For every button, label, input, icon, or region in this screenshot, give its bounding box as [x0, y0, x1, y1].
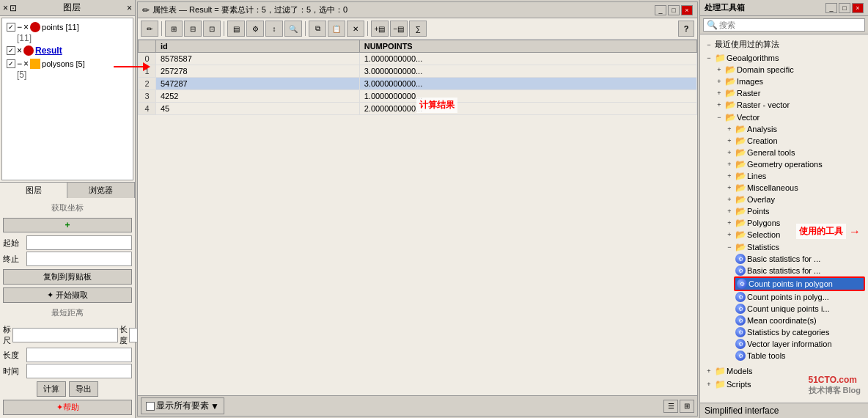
expand-sel-icon: +	[725, 230, 734, 239]
copy-button[interactable]: 复制到剪贴板	[3, 269, 132, 285]
layer-close-polysons[interactable]: ×	[23, 59, 29, 69]
delete-field-button[interactable]: −▤	[390, 21, 408, 37]
cell-id-1[interactable]: 257278	[156, 65, 360, 78]
right-maximize-button[interactable]: □	[839, 3, 850, 13]
close-button[interactable]: ×	[681, 5, 693, 15]
layer-label-result[interactable]: Result	[35, 45, 62, 56]
show-all-button[interactable]: 显示所有要素 ▼	[141, 397, 224, 414]
time-input[interactable]	[26, 364, 132, 378]
creation-item[interactable]: + 📂 Creation	[724, 135, 865, 147]
vector-item[interactable]: − 📂 Vector	[713, 111, 865, 123]
start-capture-row: ✦ 开始撷取	[3, 287, 132, 303]
window-buttons: _ □ ×	[655, 5, 693, 15]
layer-expand-polysons[interactable]: −	[17, 59, 22, 69]
export-button[interactable]: 导出	[69, 381, 98, 397]
tab-browser[interactable]: 浏览器	[67, 183, 135, 198]
miscellaneous-item[interactable]: + 📂 Miscellaneous	[724, 182, 865, 194]
minimize-button[interactable]: _	[655, 5, 666, 15]
calculate-button[interactable]: 计算	[37, 381, 66, 397]
cell-id-3[interactable]: 4252	[156, 90, 360, 103]
expand-stats-icon: −	[725, 243, 734, 252]
left-panel-close2[interactable]: ×	[127, 3, 132, 13]
cell-id-4[interactable]: 45	[156, 103, 360, 115]
images-item[interactable]: + 📂 Images	[713, 76, 865, 87]
analysis-item[interactable]: + 📂 Analysis	[724, 123, 865, 135]
zoom-selected-button[interactable]: 🔍	[284, 21, 302, 37]
help-icon-button[interactable]: ?	[678, 21, 694, 37]
add-point-button[interactable]: +	[3, 218, 132, 232]
raster-item[interactable]: + 📂 Raster	[713, 87, 865, 99]
right-close-button[interactable]: ×	[852, 3, 864, 13]
maximize-button[interactable]: □	[668, 5, 680, 15]
search-input[interactable]	[719, 21, 814, 29]
cell-numpoints-1: 3.0000000000...	[359, 65, 696, 78]
layer-item-polysons[interactable]: ✓ − × polysons [5]	[5, 58, 130, 70]
move-selected-button[interactable]: ↕	[265, 21, 283, 37]
layer-close-points[interactable]: ×	[23, 22, 29, 32]
copy-selected-button[interactable]: ⧉	[309, 21, 326, 37]
show-all-checkbox[interactable]	[146, 402, 155, 411]
domain-specific-item[interactable]: + 📂 Domain specific	[713, 64, 865, 76]
col-numpoints[interactable]: NUMPOINTS	[359, 40, 696, 53]
algo-count-points-polyg2[interactable]: ⚙ Count points in polyg...	[734, 291, 865, 303]
algo-table-tools[interactable]: ⚙ Table tools	[734, 350, 865, 362]
statistics-item[interactable]: − 📂 Statistics	[724, 241, 865, 253]
filter2-button[interactable]: ⚙	[246, 21, 264, 37]
algo-count-unique[interactable]: ⚙ Count unique points i...	[734, 303, 865, 315]
tree-geoalgorithms-header[interactable]: − 📁 Geoalgorithms	[703, 52, 865, 64]
footer-icon-grid[interactable]: ⊞	[680, 400, 694, 413]
algo-basic-stats-2[interactable]: ⚙ Basic statistics for ...	[734, 265, 865, 276]
layer-item-points[interactable]: ✓ − × points [11]	[5, 21, 130, 33]
layer-check-polysons[interactable]: ✓	[7, 59, 15, 68]
end-label: 终止	[3, 254, 25, 265]
algo-stats-categories[interactable]: ⚙ Statistics by categories	[734, 326, 865, 338]
new-field-button[interactable]: +▤	[371, 21, 389, 37]
right-minimize-button[interactable]: _	[825, 3, 837, 13]
open-calc-button[interactable]: ∑	[409, 21, 427, 37]
points-item[interactable]: + 📂 Points	[724, 205, 865, 217]
algo-icon-7: ⚙	[735, 327, 746, 337]
layer-check-points[interactable]: ✓	[7, 23, 15, 32]
algo-basic-stats-1[interactable]: ⚙ Basic statistics for ...	[734, 253, 865, 265]
help-button[interactable]: ✦帮助	[3, 400, 132, 415]
layer-expand-points[interactable]: −	[17, 22, 22, 32]
end-input[interactable]	[26, 252, 132, 266]
filter-button[interactable]: ▤	[227, 21, 245, 37]
footer-icon-list[interactable]: ☰	[663, 400, 678, 413]
lines-item[interactable]: + 📂 Lines	[724, 170, 865, 182]
calc-result-annotation: 计算结果	[416, 98, 457, 113]
invert-select-button[interactable]: ⊡	[203, 21, 221, 37]
expand-misc-icon: +	[725, 183, 734, 192]
layer-item-result[interactable]: ✓ × Result	[5, 45, 130, 56]
algo-count-points-polygon[interactable]: ⚙ Count points in polygon	[734, 276, 865, 291]
paste-button[interactable]: 📋	[328, 21, 345, 37]
tool-annotation: 使用的工具 →	[796, 224, 861, 239]
cell-id-0[interactable]: 8578587	[156, 53, 360, 65]
expand-geo-icon: −	[705, 54, 713, 62]
select-all-button[interactable]: ⊞	[165, 21, 183, 37]
length-input[interactable]	[26, 348, 132, 362]
start-input[interactable]	[26, 235, 132, 250]
general-tools-item[interactable]: + 📂 General tools	[724, 147, 865, 158]
geometry-ops-item[interactable]: + 📂 Geometry operations	[724, 158, 865, 170]
overlay-item[interactable]: + 📂 Overlay	[724, 194, 865, 205]
algo-vector-layer-info[interactable]: ⚙ Vector layer information	[734, 338, 865, 350]
deselect-button[interactable]: ⊟	[184, 21, 202, 37]
algo-mean-coords[interactable]: ⚙ Mean coordinate(s)	[734, 315, 865, 326]
raster-vector-item[interactable]: + 📂 Raster - vector	[713, 99, 865, 111]
tree-recent-header[interactable]: − 最近使用过的算法	[703, 38, 865, 51]
cell-id-2[interactable]: 547287	[156, 78, 360, 90]
algo-icon-2: ⚙	[735, 265, 746, 276]
delete-selected-button[interactable]: ✕	[347, 21, 364, 37]
layer-close-result[interactable]: ×	[17, 45, 22, 56]
tab-layers[interactable]: 图层	[0, 183, 67, 198]
layer-check-result[interactable]: ✓	[7, 46, 15, 55]
left-panel-float[interactable]: ⊡	[10, 3, 17, 13]
expand-polygons-icon: +	[725, 219, 734, 227]
toggle-edit-button[interactable]: ✏	[141, 21, 158, 37]
left-panel-close[interactable]: ×	[3, 3, 8, 13]
col-id[interactable]: id	[156, 40, 360, 53]
layer-sub-polysons: [5]	[5, 70, 130, 80]
start-capture-button[interactable]: ✦ 开始撷取	[3, 287, 132, 303]
scale-input[interactable]	[12, 328, 118, 342]
